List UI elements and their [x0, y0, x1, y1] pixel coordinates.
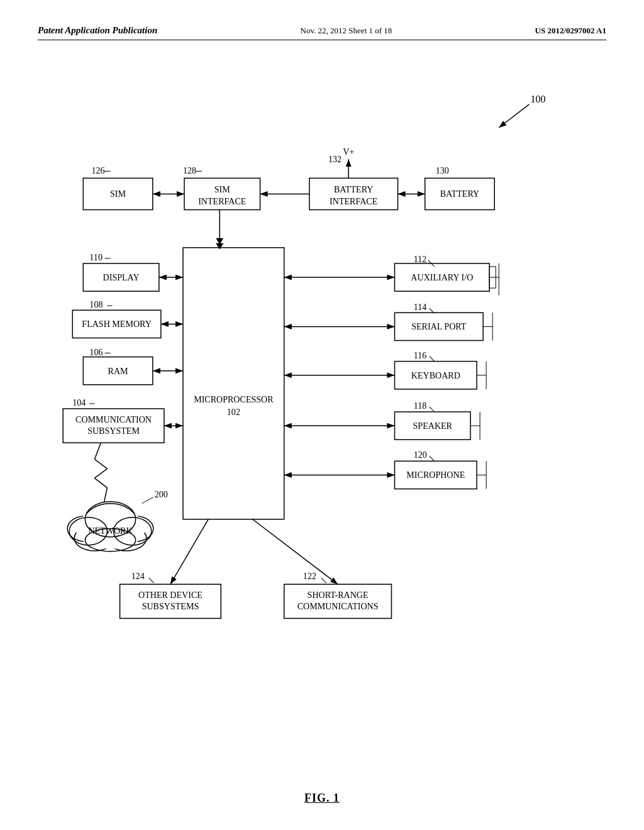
keyboard-label: KEYBOARD	[411, 370, 460, 380]
zigzag4	[94, 478, 107, 487]
ref-118-label: 118	[414, 401, 427, 411]
page: Patent Application Publication Nov. 22, …	[0, 0, 644, 830]
ref-132-label: 132	[328, 154, 341, 164]
aux-io-label: AUXILIARY I/O	[411, 272, 473, 282]
ref-128-label: 128	[183, 165, 196, 175]
patent-diagram-svg: 100 126 SIM 128 SIM INTERFACE 132 BATTER…	[38, 57, 606, 767]
header-patent-number: US 2012/0297002 A1	[535, 26, 606, 36]
ref-122-tick	[321, 578, 326, 583]
ref-122-label: 122	[303, 571, 316, 581]
ref-106-label: 106	[89, 347, 103, 357]
zigzag2	[94, 459, 107, 468]
micro-other-device-arrow	[170, 519, 208, 584]
short-range-label2: COMMUNICATIONS	[297, 601, 379, 611]
sim-interface-label2: INTERFACE	[198, 196, 246, 206]
microprocessor-label: MICROPROCESSOR	[194, 394, 274, 404]
zigzag5	[104, 488, 107, 502]
ref-102-label: 102	[227, 407, 240, 417]
sim-interface-label1: SIM	[214, 184, 230, 194]
header-date-sheet: Nov. 22, 2012 Sheet 1 of 18	[301, 26, 392, 36]
ref-130-label: 130	[436, 165, 449, 175]
ref-120-tick	[430, 456, 435, 461]
microphone-label: MICROPHONE	[406, 470, 465, 480]
diagram-container: 100 126 SIM 128 SIM INTERFACE 132 BATTER…	[38, 57, 606, 767]
ref-200-tick	[142, 497, 153, 504]
ref-116-label: 116	[414, 350, 427, 360]
header-publication-label: Patent Application Publication	[38, 25, 157, 36]
microprocessor-box	[183, 248, 284, 519]
ref-126-label: 126	[91, 165, 104, 175]
other-device-label1: OTHER DEVICE	[138, 590, 203, 600]
ref-118-tick	[430, 407, 435, 412]
comm-subsystem-label2: SUBSYSTEM	[87, 426, 140, 436]
ref-112-label: 112	[414, 254, 427, 264]
battery-interface-label1: BATTERY	[334, 184, 373, 194]
other-device-label2: SUBSYSTEMS	[142, 601, 199, 611]
ref-100-label: 100	[530, 94, 545, 104]
micro-short-range-arrow	[253, 519, 338, 584]
serial-port-label: SERIAL PORT	[411, 321, 467, 331]
display-label: DISPLAY	[103, 272, 140, 282]
comm-subsystem-label1: COMMUNICATION	[75, 414, 152, 424]
ref-100-arrow	[499, 104, 529, 128]
ram-label: RAM	[108, 366, 129, 376]
network-label: NETWORK	[88, 526, 132, 536]
ref-104-label: 104	[72, 397, 86, 407]
ref-110-label: 110	[89, 252, 103, 262]
figure-caption: FIG. 1	[0, 792, 644, 805]
speaker-label: SPEAKER	[413, 421, 453, 431]
battery-label: BATTERY	[440, 189, 479, 199]
zigzag1	[94, 443, 101, 459]
ref-200-label: 200	[155, 489, 168, 499]
zigzag3	[94, 468, 107, 478]
vplus-label: V+	[343, 147, 354, 157]
sim-label: SIM	[110, 189, 126, 199]
ref-124-tick	[149, 578, 154, 583]
battery-interface-label2: INTERFACE	[330, 196, 377, 206]
ref-108-label: 108	[89, 299, 103, 309]
ref-124-label: 124	[131, 571, 145, 581]
ref-114-label: 114	[414, 302, 427, 312]
flash-memory-label: FLASH MEMORY	[82, 319, 151, 329]
ref-120-label: 120	[414, 450, 427, 460]
ref-116-tick	[430, 357, 435, 362]
short-range-label1: SHORT-RANGE	[308, 590, 369, 600]
page-header: Patent Application Publication Nov. 22, …	[38, 25, 606, 40]
